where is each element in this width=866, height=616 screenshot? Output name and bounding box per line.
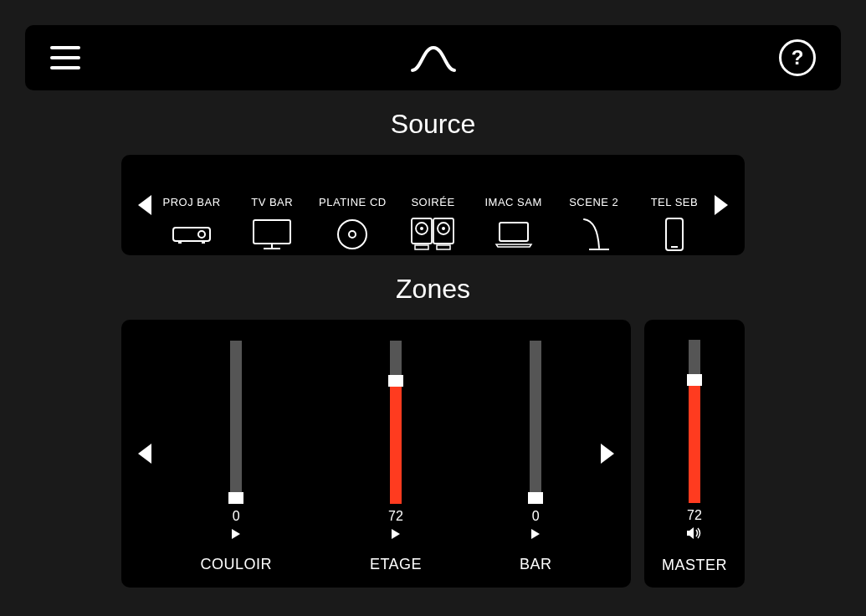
master-name: MASTER xyxy=(662,557,727,574)
zone-play-button[interactable] xyxy=(392,529,400,539)
zones-panel: 0 COULOIR 72 ETAGE 0 BA xyxy=(121,320,631,588)
help-button[interactable]: ? xyxy=(779,39,816,76)
zone-play-button[interactable] xyxy=(531,529,540,539)
laptop-icon xyxy=(493,213,535,255)
zone-couloir: 0 COULOIR xyxy=(200,320,272,588)
zones-prev-button[interactable] xyxy=(138,444,151,464)
turntables-icon xyxy=(410,213,455,255)
zone-bar: 0 BAR xyxy=(520,320,552,588)
svg-point-8 xyxy=(349,231,356,238)
zone-value: 72 xyxy=(388,509,403,524)
source-label: PROJ BAR xyxy=(163,196,221,208)
source-items: PROJ BAR TV BAR PLATINE CD SOIRÉE IMAC S xyxy=(151,155,715,255)
zone-name: BAR xyxy=(520,556,552,573)
source-panel: PROJ BAR TV BAR PLATINE CD SOIRÉE IMAC S xyxy=(121,155,745,255)
master-value: 72 xyxy=(687,508,702,523)
speaker-icon[interactable] xyxy=(686,526,703,540)
projector-icon xyxy=(172,213,212,255)
source-item-imac-sam[interactable]: IMAC SAM xyxy=(480,186,547,255)
zone-fader[interactable] xyxy=(530,341,541,504)
source-label: SOIRÉE xyxy=(411,196,454,208)
master-fader[interactable] xyxy=(689,340,700,503)
help-icon: ? xyxy=(792,46,804,69)
cd-icon xyxy=(336,213,369,255)
zone-fader[interactable] xyxy=(390,341,402,504)
svg-rect-2 xyxy=(178,241,182,244)
zone-master: 72 MASTER xyxy=(662,320,727,588)
zone-value: 0 xyxy=(532,509,540,524)
source-item-scene-2[interactable]: SCENE 2 xyxy=(561,186,628,255)
svg-point-11 xyxy=(420,227,423,230)
svg-rect-16 xyxy=(437,245,450,249)
source-next-button[interactable] xyxy=(715,195,728,215)
source-label: IMAC SAM xyxy=(484,196,541,208)
source-item-tel-seb[interactable]: TEL SEB xyxy=(641,186,708,255)
svg-rect-4 xyxy=(254,220,290,244)
source-item-proj-bar[interactable]: PROJ BAR xyxy=(158,186,225,255)
zone-fader[interactable] xyxy=(230,341,242,504)
master-panel: 72 MASTER xyxy=(644,320,745,588)
svg-rect-17 xyxy=(500,223,528,241)
svg-rect-3 xyxy=(202,241,205,244)
zones-next-button[interactable] xyxy=(601,444,614,464)
mic-icon xyxy=(577,213,611,255)
svg-point-7 xyxy=(338,220,366,249)
phone-icon xyxy=(664,213,685,255)
svg-point-1 xyxy=(198,231,205,238)
source-item-platine-cd[interactable]: PLATINE CD xyxy=(319,186,386,255)
source-label: PLATINE CD xyxy=(319,196,387,208)
zones-title: Zones xyxy=(0,274,866,305)
source-prev-button[interactable] xyxy=(138,195,151,215)
zone-play-button[interactable] xyxy=(232,529,240,539)
zone-name: ETAGE xyxy=(370,556,422,573)
tv-icon xyxy=(251,213,293,255)
svg-point-15 xyxy=(442,227,445,230)
app-logo xyxy=(408,41,459,74)
source-item-tv-bar[interactable]: TV BAR xyxy=(238,186,305,255)
zone-name: COULOIR xyxy=(200,556,272,573)
source-label: TEL SEB xyxy=(651,196,698,208)
source-label: SCENE 2 xyxy=(569,196,618,208)
svg-rect-19 xyxy=(666,218,683,250)
menu-button[interactable] xyxy=(50,46,80,69)
top-bar: ? xyxy=(25,25,841,90)
zone-value: 0 xyxy=(233,509,240,524)
source-title: Source xyxy=(0,109,866,140)
zone-etage: 72 ETAGE xyxy=(370,320,422,588)
svg-rect-12 xyxy=(415,245,428,249)
source-label: TV BAR xyxy=(251,196,293,208)
source-item-soiree[interactable]: SOIRÉE xyxy=(399,186,466,255)
zone-items: 0 COULOIR 72 ETAGE 0 BA xyxy=(151,320,601,588)
